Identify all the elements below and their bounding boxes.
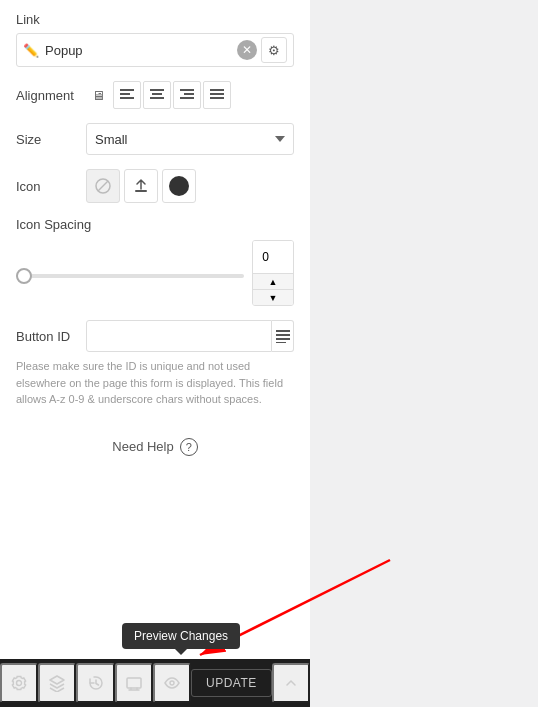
svg-rect-20	[276, 334, 290, 336]
svg-rect-14	[210, 97, 224, 99]
bottom-toolbar: UPDATE	[0, 659, 310, 707]
spin-down-button[interactable]: ▼	[253, 289, 293, 305]
align-left-button[interactable]	[113, 81, 141, 109]
button-id-input[interactable]	[86, 320, 272, 352]
svg-rect-19	[276, 330, 290, 332]
svg-rect-21	[276, 338, 290, 340]
button-id-icon-button[interactable]	[272, 320, 294, 352]
icon-spacing-input[interactable]	[253, 241, 293, 273]
icon-circle-button[interactable]	[162, 169, 196, 203]
link-icon: ✏️	[23, 43, 39, 58]
need-help-label: Need Help	[112, 439, 173, 454]
button-id-row: Button ID	[16, 320, 294, 352]
svg-rect-5	[152, 93, 162, 95]
align-center-button[interactable]	[143, 81, 171, 109]
size-select[interactable]: Small Medium Large	[86, 123, 294, 155]
link-input-wrapper: ✏️ Popup ✕ ⚙	[16, 33, 294, 67]
svg-rect-6	[150, 97, 164, 99]
icon-none-button[interactable]	[86, 169, 120, 203]
link-label: Link	[16, 12, 294, 27]
preview-tooltip: Preview Changes	[122, 623, 240, 649]
svg-rect-18	[135, 190, 147, 192]
svg-rect-22	[276, 342, 286, 343]
svg-rect-12	[210, 89, 224, 91]
svg-rect-23	[127, 678, 141, 688]
help-text: Please make sure the ID is unique and no…	[16, 358, 294, 408]
collapse-toolbar-button[interactable]	[272, 663, 310, 703]
svg-point-24	[170, 681, 174, 685]
alignment-row: Alignment 🖥	[16, 81, 294, 109]
link-settings-button[interactable]: ⚙	[261, 37, 287, 63]
update-button[interactable]: UPDATE	[191, 669, 272, 697]
preview-toolbar-button[interactable]	[153, 663, 191, 703]
svg-rect-4	[150, 89, 164, 91]
svg-rect-2	[120, 97, 134, 99]
svg-line-17	[98, 181, 108, 191]
need-help-section: Need Help ?	[16, 438, 294, 456]
icon-spacing-label: Icon Spacing	[16, 217, 294, 232]
svg-rect-8	[180, 89, 194, 91]
alignment-buttons	[113, 81, 231, 109]
svg-rect-0	[120, 89, 134, 91]
align-right-button[interactable]	[173, 81, 201, 109]
number-input-wrapper: ▲ ▼	[252, 240, 294, 306]
size-label: Size	[16, 132, 86, 147]
svg-rect-10	[180, 97, 194, 99]
icon-label: Icon	[16, 179, 86, 194]
slider-row: ▲ ▼	[16, 240, 294, 306]
alignment-label: Alignment	[16, 88, 86, 103]
icon-row: Icon	[16, 169, 294, 203]
svg-rect-1	[120, 93, 130, 95]
icon-spacing-section: Icon Spacing ▲ ▼	[16, 217, 294, 306]
link-input-value: Popup	[45, 43, 237, 58]
settings-toolbar-button[interactable]	[0, 663, 38, 703]
spin-up-button[interactable]: ▲	[253, 273, 293, 289]
monitor-icon: 🖥	[92, 88, 105, 103]
icon-spacing-slider[interactable]	[16, 274, 244, 278]
button-id-label: Button ID	[16, 329, 86, 344]
align-justify-button[interactable]	[203, 81, 231, 109]
size-row: Size Small Medium Large	[16, 123, 294, 155]
link-clear-button[interactable]: ✕	[237, 40, 257, 60]
layers-toolbar-button[interactable]	[38, 663, 76, 703]
svg-rect-9	[184, 93, 194, 95]
slider-wrapper	[16, 264, 244, 282]
svg-rect-13	[210, 93, 224, 95]
responsive-toolbar-button[interactable]	[115, 663, 153, 703]
icon-buttons	[86, 169, 196, 203]
history-toolbar-button[interactable]	[76, 663, 114, 703]
icon-upload-button[interactable]	[124, 169, 158, 203]
help-question-icon[interactable]: ?	[180, 438, 198, 456]
link-section: Link ✏️ Popup ✕ ⚙	[16, 12, 294, 67]
